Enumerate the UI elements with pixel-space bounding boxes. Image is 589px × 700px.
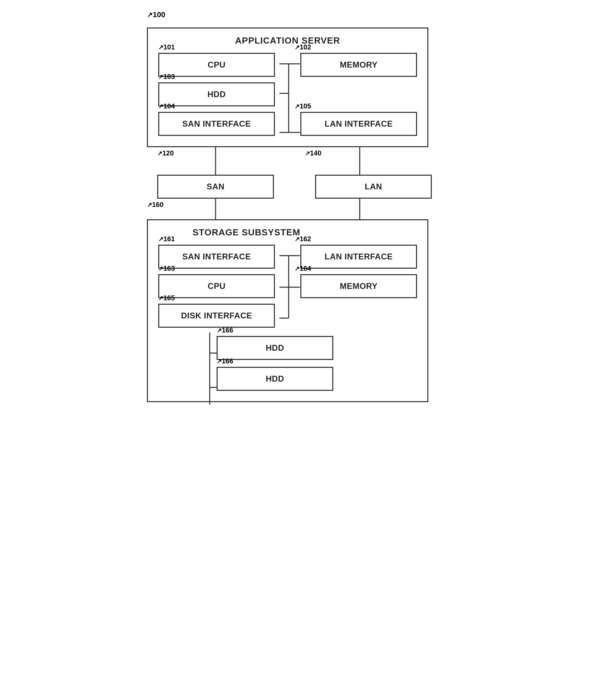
hdd1-box: HDD	[217, 336, 333, 360]
lan-interface-box-storage: LAN INTERFACE	[300, 245, 417, 269]
ref-164: ↗164	[294, 265, 311, 272]
lan-box: LAN	[315, 175, 432, 199]
ref-100: ↗100	[147, 10, 165, 19]
ref-102: ↗102	[294, 43, 311, 51]
ref-166a: ↗166	[217, 326, 233, 334]
connector-row-2: ↗160	[147, 199, 442, 219]
app-server-title: APPLICATION SERVER	[158, 35, 417, 46]
cpu-box-app: CPU	[158, 53, 275, 77]
connector-row-1: ↗120 ↗140	[147, 147, 442, 175]
san-interface-box-storage: SAN INTERFACE	[158, 245, 275, 269]
ref-140: ↗140	[305, 149, 321, 157]
ref-105: ↗105	[294, 102, 311, 110]
storage-subsystem-container: STORAGE SUBSYSTEM ↗161 ↗162 SAN	[147, 219, 428, 402]
network-to-storage-connectors	[147, 199, 442, 219]
cpu-box-storage: CPU	[158, 274, 275, 298]
ref-103: ↗103	[158, 73, 175, 81]
hdd-box-app: HDD	[158, 82, 275, 106]
memory-box-app: MEMORY	[300, 53, 417, 77]
hdd2-section: ↗166 HDD	[217, 367, 417, 391]
san-interface-box-app: SAN INTERFACE	[158, 112, 275, 136]
san-box: SAN	[157, 175, 274, 199]
disk-interface-box: DISK INTERFACE	[158, 304, 275, 328]
ref-161: ↗161	[158, 235, 175, 243]
ref-162: ↗162	[294, 235, 311, 243]
ref-163: ↗163	[158, 265, 175, 272]
hdd1-section: ↗166 HDD	[217, 336, 417, 360]
ref-165: ↗165	[158, 294, 175, 302]
hdd-tree-section: ↗166 HDD ↗166 HDD	[199, 336, 417, 391]
ref-104: ↗104	[158, 102, 175, 110]
ref-101: ↗101	[158, 43, 175, 51]
storage-subsystem-title: STORAGE SUBSYSTEM	[158, 227, 417, 238]
app-to-network-connectors	[147, 147, 442, 175]
lan-interface-box-app: LAN INTERFACE	[300, 112, 417, 136]
ref-160: ↗160	[147, 201, 163, 209]
hdd2-box: HDD	[217, 367, 333, 391]
network-row: SAN LAN	[147, 175, 442, 199]
memory-box-storage: MEMORY	[300, 274, 417, 298]
main-diagram: ↗100 APPLICATION SERVER	[147, 14, 442, 402]
ref-120: ↗120	[157, 149, 174, 157]
app-server-container: APPLICATION SERVER	[147, 27, 428, 147]
ref-166b: ↗166	[217, 357, 233, 365]
